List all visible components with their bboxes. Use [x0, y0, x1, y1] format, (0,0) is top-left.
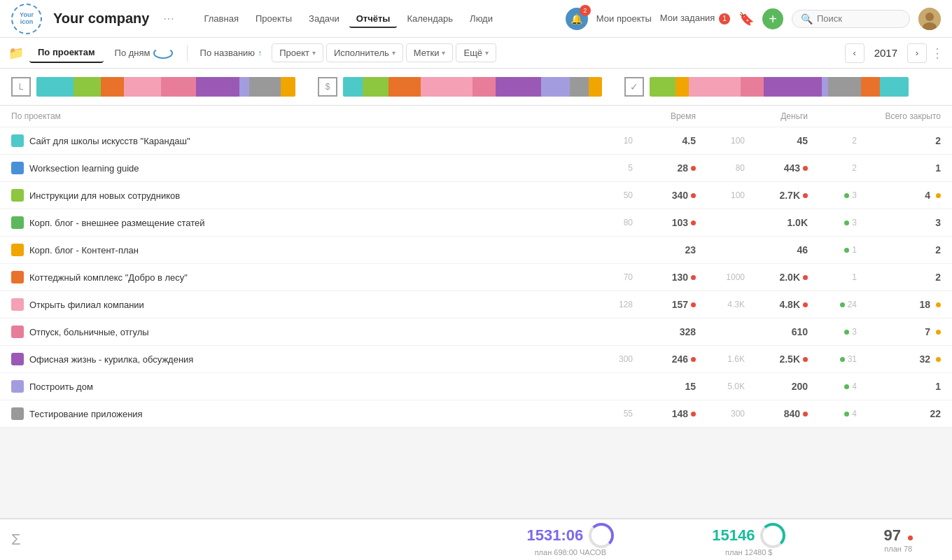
time-chart-icon: L [11, 77, 31, 97]
folder-icon: 📁 [8, 46, 24, 61]
chevron-down-icon-3: ▾ [442, 49, 445, 57]
bookmark-icon[interactable]: 🔖 [738, 11, 754, 27]
search-input[interactable] [817, 13, 901, 24]
filter-project-button[interactable]: Проект ▾ [272, 43, 323, 62]
company-name: Your company [53, 10, 149, 27]
company-dots-icon[interactable]: ⋯ [163, 12, 174, 25]
svg-point-1 [925, 13, 934, 21]
filter-more-button[interactable]: Ещё ▾ [456, 43, 496, 62]
filter-executor-button[interactable]: Исполнитель ▾ [326, 43, 403, 62]
search-icon: 🔍 [801, 13, 813, 24]
nav-calendar[interactable]: Календарь [400, 9, 460, 28]
toolbar-right: ‹ 2017 › ⋮ [845, 43, 944, 63]
col-closed-plan-header [808, 111, 857, 121]
closed-chart-icon: ✓ [624, 77, 644, 97]
money-bar-chart [343, 77, 602, 97]
table-row[interactable]: Сайт для школы искусств "Карандаш"104.51… [0, 127, 952, 155]
prev-year-button[interactable]: ‹ [845, 43, 864, 63]
table-row[interactable]: Офисная жизнь - курилка, обсуждения30024… [0, 346, 952, 373]
table-row[interactable]: Тестирование приложения55148300840422 [0, 400, 952, 428]
toolbar: 📁 По проектам По дням По названию ↑ Прое… [0, 38, 952, 69]
chart-section: L $ ✓ [0, 69, 952, 106]
nav-projects[interactable]: Проекты [248, 9, 299, 28]
toolbar-separator [187, 45, 188, 62]
col-money-header: Деньги [745, 111, 808, 121]
next-year-button[interactable]: › [907, 43, 927, 63]
content-area: По проектам Время Деньги Всего закрыто С… [0, 106, 952, 477]
tasks-badge: 1 [719, 13, 730, 24]
money-chart-group: $ [318, 77, 602, 97]
col-project-header: По проектам [11, 111, 584, 121]
table-row[interactable]: Открыть филиал компании1281574.3K4.8K241… [0, 291, 952, 318]
nav-reports[interactable]: Отчёты [349, 9, 398, 28]
sort-arrow-icon: ↑ [258, 48, 262, 58]
year-label: 2017 [869, 47, 903, 59]
table-row[interactable]: Отпуск, больничные, отгулы32861037 [0, 318, 952, 346]
nav-home[interactable]: Главная [197, 9, 245, 28]
closed-bar-chart [650, 77, 909, 97]
filter-tags-button[interactable]: Метки ▾ [406, 43, 454, 62]
my-tasks-link[interactable]: Мои задания 1 [660, 13, 730, 24]
table-row[interactable]: Worksection learning guide5288044321 [0, 155, 952, 182]
col-closed-header: Всего закрыто [857, 111, 941, 121]
sort-by-name-button[interactable]: По названию ↑ [193, 44, 270, 62]
main-table: По проектам Время Деньги Всего закрыто С… [0, 106, 952, 428]
col-time-plan-header [584, 111, 633, 121]
top-right: 🔔 2 Мои проекты Мои задания 1 🔖 + 🔍 [566, 8, 941, 30]
nav-tasks[interactable]: Задачи [302, 9, 346, 28]
tab-by-projects[interactable]: По проектам [29, 43, 104, 63]
table-row[interactable]: Корп. блог - Контент-план234612 [0, 237, 952, 264]
table-row[interactable]: Инструкции для новых сотрудников50340100… [0, 182, 952, 209]
table-row[interactable]: Построить дом155.0K20041 [0, 373, 952, 400]
top-bar: Youricon Your company ⋯ Главная Проекты … [0, 0, 952, 38]
time-bar-chart [36, 77, 295, 97]
col-money-plan-header [696, 111, 745, 121]
chevron-down-icon-2: ▾ [392, 49, 396, 57]
table-row[interactable]: Корп. блог - внешнее размещение статей80… [0, 209, 952, 237]
main-nav: Главная Проекты Задачи Отчёты Календарь … [197, 9, 500, 28]
notification-button[interactable]: 🔔 2 [566, 8, 588, 30]
nav-people[interactable]: Люди [463, 9, 500, 28]
col-time-header: Время [633, 111, 696, 121]
closed-chart-group: ✓ [624, 77, 909, 97]
table-header: По проектам Время Деньги Всего закрыто [0, 106, 952, 127]
tab-by-days[interactable]: По дням [106, 43, 181, 63]
money-chart-icon: $ [318, 77, 337, 97]
table-row[interactable]: Коттеджный комплекс "Добро в лесу"701301… [0, 264, 952, 291]
avatar[interactable] [918, 8, 941, 30]
notification-badge: 2 [580, 5, 591, 16]
chevron-down-icon-4: ▾ [485, 49, 489, 57]
more-options-icon[interactable]: ⋮ [931, 46, 944, 61]
my-projects-link[interactable]: Мои проекты [596, 13, 652, 24]
logo[interactable]: Youricon [11, 4, 42, 34]
add-button[interactable]: + [762, 8, 783, 29]
search-box: 🔍 [792, 10, 910, 28]
table-body: Сайт для школы искусств "Карандаш"104.51… [0, 127, 952, 428]
chevron-down-icon: ▾ [312, 49, 316, 57]
time-chart-group: L [11, 77, 295, 97]
